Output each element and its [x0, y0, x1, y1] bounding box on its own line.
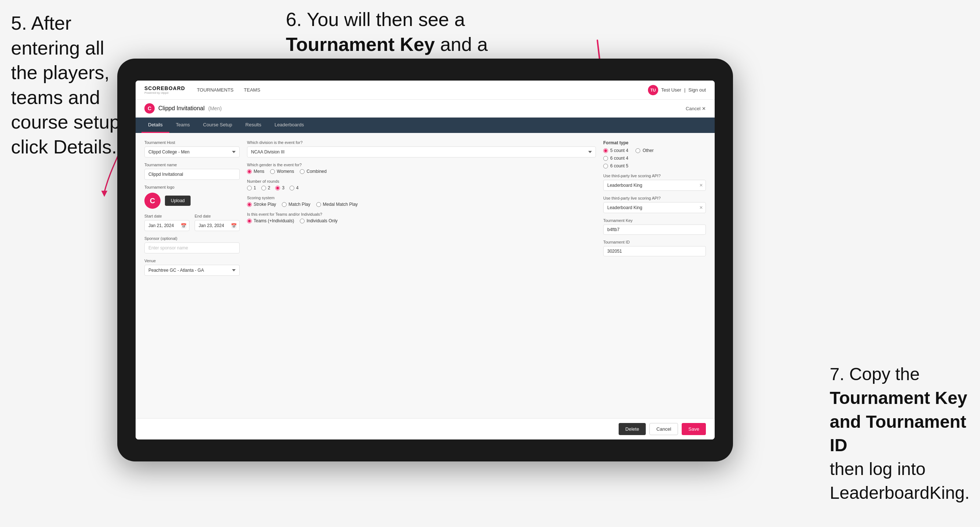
format-5count4[interactable]: 5 count 4 — [603, 148, 628, 153]
signout-link[interactable]: Sign out — [688, 87, 706, 93]
host-select[interactable]: Clippd College - Men — [145, 146, 240, 157]
individuals-radio[interactable] — [300, 219, 305, 224]
round-3[interactable]: 3 — [275, 185, 285, 190]
api2-label: Use third-party live scoring API? — [603, 196, 706, 200]
tab-course-setup[interactable]: Course Setup — [196, 117, 239, 133]
api2-input[interactable] — [603, 202, 706, 213]
tournament-id-field-group: Tournament ID 302051 — [603, 240, 706, 256]
rounds-4-radio[interactable] — [290, 186, 294, 190]
step7-bold1: Tournament Key — [830, 388, 967, 408]
format-5count4-radio[interactable] — [603, 148, 608, 153]
scoring-match-radio[interactable] — [282, 202, 286, 207]
rounds-3-radio[interactable] — [275, 186, 280, 190]
gender-radio-group: Mens Womens Combined — [247, 169, 596, 174]
brand-sub: Powered by clippd — [145, 91, 185, 94]
cancel-form-button[interactable]: Cancel — [649, 423, 678, 435]
rounds-1-radio[interactable] — [247, 186, 252, 190]
nav-links: TOURNAMENTS TEAMS — [197, 87, 648, 93]
format-other[interactable]: Other — [635, 148, 654, 153]
step7-line1: 7. Copy the — [830, 364, 920, 384]
sponsor-field-group: Sponsor (optional) — [145, 236, 240, 254]
format-field-group: Format type 5 count 4 Other 6 count 4 — [603, 140, 706, 168]
tab-details[interactable]: Details — [142, 117, 169, 133]
api2-clear-icon[interactable]: ✕ — [699, 205, 703, 210]
tournament-subtitle: (Men) — [208, 105, 222, 111]
rounds-radio-group: 1 2 3 4 — [247, 185, 596, 190]
tournament-name-field-group: Tournament name — [145, 163, 240, 180]
tabs-bar: Details Teams Course Setup Results Leade… — [135, 117, 715, 133]
gender-combined[interactable]: Combined — [300, 169, 326, 174]
api1-input[interactable] — [603, 180, 706, 191]
format-6count5-radio[interactable] — [603, 164, 608, 168]
scoring-stroke[interactable]: Stroke Play — [247, 202, 276, 207]
division-label: Which division is the event for? — [247, 140, 596, 144]
gender-combined-radio[interactable] — [300, 169, 305, 174]
date-row: Start date 📅 End date 📅 — [145, 214, 240, 231]
logo-preview: C — [145, 193, 161, 209]
scoring-field-group: Scoring system Stroke Play Match Play Me… — [247, 195, 596, 207]
step7-line2: then log into — [830, 459, 926, 479]
individuals-only[interactable]: Individuals Only — [300, 218, 337, 224]
sponsor-input[interactable] — [145, 243, 240, 254]
round-2[interactable]: 2 — [261, 185, 270, 190]
api1-wrap: ✕ — [603, 180, 706, 191]
tab-leaderboards[interactable]: Leaderboards — [268, 117, 310, 133]
venue-select[interactable]: Peachtree GC - Atlanta - GA — [145, 265, 240, 276]
api2-field-group: Use third-party live scoring API? ✕ — [603, 196, 706, 213]
cancel-button[interactable]: Cancel ✕ — [686, 106, 706, 111]
tournament-name-label: Tournament name — [145, 163, 240, 167]
gender-label: Which gender is the event for? — [247, 163, 596, 167]
scoring-medal-radio[interactable] — [316, 202, 321, 207]
scoring-stroke-radio[interactable] — [247, 202, 252, 207]
brand-logo: SCOREBOARD Powered by clippd — [145, 85, 185, 94]
brand-name: SCOREBOARD — [145, 85, 185, 91]
format-options: 5 count 4 Other 6 count 4 6 count 5 — [603, 148, 706, 168]
main-content: Tournament Host Clippd College - Men Tou… — [135, 133, 715, 418]
gender-womens-radio[interactable] — [270, 169, 275, 174]
logo-label: Tournament logo — [145, 185, 240, 189]
tournament-name-input[interactable] — [145, 169, 240, 180]
gender-mens[interactable]: Mens — [247, 169, 264, 174]
teams-field-group: Is this event for Teams and/or Individua… — [247, 212, 596, 224]
round-1[interactable]: 1 — [247, 185, 256, 190]
save-button[interactable]: Save — [682, 423, 706, 435]
nav-tournaments[interactable]: TOURNAMENTS — [197, 87, 234, 93]
user-name: Test User — [661, 87, 681, 93]
format-6count4[interactable]: 6 count 4 — [603, 156, 706, 161]
delete-button[interactable]: Delete — [619, 423, 646, 435]
start-calendar-icon: 📅 — [181, 223, 186, 229]
tournament-id-label: Tournament ID — [603, 240, 706, 244]
scoring-medal[interactable]: Medal Match Play — [316, 202, 358, 207]
division-select[interactable]: NCAA Division III — [247, 146, 596, 157]
sponsor-label: Sponsor (optional) — [145, 236, 240, 241]
rounds-field-group: Number of rounds 1 2 3 4 — [247, 179, 596, 190]
rounds-2-radio[interactable] — [261, 186, 266, 190]
tournament-title: C Clippd Invitational (Men) — [145, 103, 222, 114]
teams-radio[interactable] — [247, 219, 252, 224]
start-date-wrap: 📅 — [145, 220, 189, 231]
api1-clear-icon[interactable]: ✕ — [699, 183, 703, 188]
user-avatar: TU — [648, 85, 658, 95]
format-other-radio[interactable] — [635, 148, 640, 153]
end-date-wrap: 📅 — [195, 220, 240, 231]
format-6count4-radio[interactable] — [603, 156, 608, 161]
gender-mens-radio[interactable] — [247, 169, 252, 174]
scoring-match[interactable]: Match Play — [282, 202, 310, 207]
tab-results[interactable]: Results — [239, 117, 268, 133]
tournament-id-value: 302051 — [603, 246, 706, 256]
gender-womens[interactable]: Womens — [270, 169, 294, 174]
step6-and: and a — [440, 34, 488, 55]
step5-annotation: 5. After entering all the players, teams… — [11, 11, 128, 160]
tablet-screen: SCOREBOARD Powered by clippd TOURNAMENTS… — [135, 81, 715, 440]
start-date-field-group: Start date 📅 — [145, 214, 189, 231]
format-6count5[interactable]: 6 count 5 — [603, 163, 706, 168]
nav-teams[interactable]: TEAMS — [244, 87, 260, 93]
upload-button[interactable]: Upload — [165, 195, 191, 206]
teams-plus-individuals[interactable]: Teams (+Individuals) — [247, 218, 294, 224]
tab-teams[interactable]: Teams — [169, 117, 196, 133]
logo-area: C Upload — [145, 193, 240, 209]
scoring-label: Scoring system — [247, 195, 596, 200]
host-label: Tournament Host — [145, 140, 240, 144]
api1-field-group: Use third-party live scoring API? ✕ — [603, 174, 706, 191]
round-4[interactable]: 4 — [290, 185, 299, 190]
